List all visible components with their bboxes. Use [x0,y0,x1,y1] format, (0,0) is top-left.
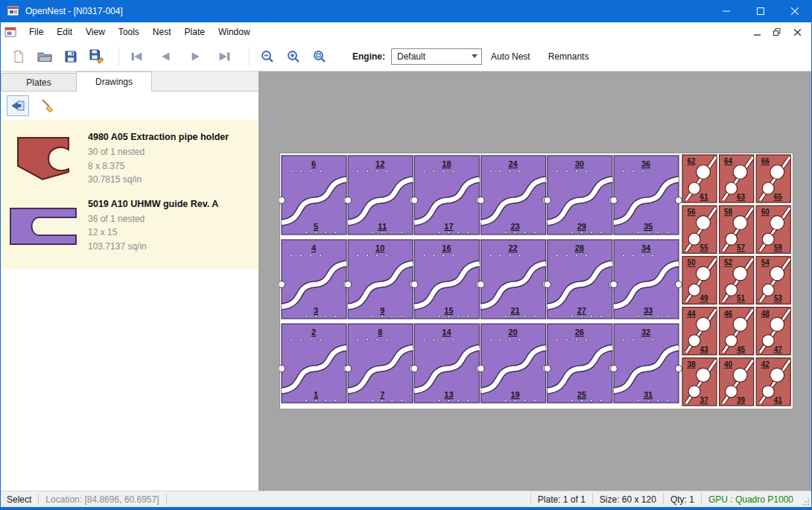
nest-pair-purple[interactable]: 65 [279,156,350,235]
nest-pair-red[interactable]: 4645 [720,307,754,355]
tab-plates[interactable]: Plates [1,73,77,91]
drawing-area: 103.7137 sq/in [88,240,218,254]
window-bottom-border [0,507,812,510]
part-number: 56 [687,208,696,216]
tab-drawings[interactable]: Drawings [76,71,152,92]
nest-pair-red[interactable]: 6261 [682,155,717,203]
previous-plate-button[interactable] [155,45,177,68]
first-plate-button[interactable] [126,45,148,68]
nest-pair-red[interactable]: 5251 [720,256,754,304]
part-number: 36 [641,159,650,168]
drawing-item-uhmw-guide[interactable]: 5019 A10 UHMW guide Rev. A 36 of 1 neste… [0,193,258,260]
part-number: 59 [774,243,783,252]
last-plate-button[interactable] [213,45,235,68]
menu-view[interactable]: View [79,22,112,42]
nest-canvas[interactable]: 6512111817242330293635431091615222128273… [259,71,812,491]
menu-window[interactable]: Window [212,22,257,42]
nest-plate[interactable]: 6512111817242330293635431091615222128273… [279,153,793,409]
nest-pair-purple[interactable]: 21 [279,324,350,403]
flip-part-button[interactable] [7,95,29,116]
part-number: 7 [380,390,384,399]
nest-pair-purple[interactable]: 3231 [611,324,682,403]
zoom-fit-button[interactable] [308,45,331,68]
save-as-button[interactable] [86,45,108,68]
menu-edit[interactable]: Edit [50,22,79,42]
chevron-down-icon [468,49,481,64]
nest-pair-purple[interactable]: 2625 [544,324,615,403]
menu-file[interactable]: File [22,22,50,42]
nest-pair-purple[interactable]: 2827 [544,240,615,319]
remnants-button[interactable]: Remnants [539,45,598,68]
nest-pair-purple[interactable]: 87 [345,324,416,403]
gpu-indicator: GPU : Quadro P1000 [702,494,800,505]
part-number: 39 [737,396,746,404]
part-number: 22 [508,243,517,252]
menu-tools[interactable]: Tools [112,22,146,42]
drawing-size: 8 x 8.375 [88,159,229,173]
nest-pair-red[interactable]: 4847 [756,307,790,355]
mdi-restore-button[interactable] [768,25,786,39]
open-button[interactable] [34,45,56,68]
part-number: 54 [761,258,770,267]
nest-pair-purple[interactable]: 1211 [345,156,416,235]
menu-nest[interactable]: Nest [146,22,178,42]
mdi-close-button[interactable] [788,25,806,39]
document-window-icon[interactable] [4,27,19,37]
nest-pair-purple[interactable]: 3029 [544,156,615,235]
part-number: 55 [700,243,708,252]
close-button[interactable] [778,0,812,22]
drawing-item-extraction-pipe-holder[interactable]: 4980 A05 Extraction pipe holder 30 of 1 … [0,126,258,193]
minimize-button[interactable] [709,0,743,22]
mdi-minimize-button[interactable] [748,25,766,39]
auto-nest-button[interactable]: Auto Nest [482,45,539,68]
nest-pair-red[interactable]: 5857 [720,205,754,253]
nest-pair-purple[interactable]: 2423 [478,156,549,235]
menubar: File Edit View Tools Nest Plate Window [0,22,812,42]
nest-pair-purple[interactable]: 3635 [611,156,682,235]
nest-pair-red[interactable]: 4241 [756,358,790,406]
part-number: 23 [510,222,519,231]
window-controls [709,0,812,22]
nest-pair-red[interactable]: 5049 [682,256,717,304]
engine-select[interactable]: Default [391,48,482,65]
part-number: 13 [444,390,453,399]
clean-broom-button[interactable] [37,95,59,116]
nest-pair-purple[interactable]: 43 [279,240,350,319]
nest-pair-purple[interactable]: 109 [345,240,416,319]
part-number: 5 [314,222,318,231]
nest-pair-purple[interactable]: 3433 [611,240,682,319]
part-number: 45 [737,345,746,354]
nest-pair-purple[interactable]: 1817 [411,156,483,235]
nest-pair-purple[interactable]: 2221 [478,240,549,319]
drawing-info: 5019 A10 UHMW guide Rev. A 36 of 1 neste… [82,199,218,254]
nest-pair-red[interactable]: 6463 [720,155,754,203]
part-number: 35 [644,222,653,231]
nest-pair-red[interactable]: 3837 [682,358,717,406]
nest-pair-red[interactable]: 4443 [682,307,717,355]
nest-pair-red[interactable]: 5453 [756,256,790,304]
next-plate-button[interactable] [184,45,206,68]
drawing-nested-count: 36 of 1 nested [88,212,218,226]
part-number: 12 [375,159,384,168]
zoom-in-button[interactable] [282,45,305,68]
part-number: 19 [510,390,519,399]
titlebar: OpenNest - [N0317-004] [0,0,812,22]
part-number: 47 [774,345,783,354]
zoom-out-button[interactable] [256,45,279,68]
menu-plate[interactable]: Plate [178,22,212,42]
window-title: OpenNest - [N0317-004] [25,6,123,16]
nest-pair-red[interactable]: 6665 [756,155,790,203]
nest-pair-purple[interactable]: 1413 [411,324,483,403]
resize-grip[interactable] [800,491,812,508]
nest-pair-red[interactable]: 6059 [756,205,790,253]
nest-pair-purple[interactable]: 1615 [411,240,483,319]
part-number: 9 [380,306,384,315]
maximize-button[interactable] [743,0,778,22]
save-button[interactable] [60,45,82,68]
nest-pair-red[interactable]: 5655 [682,205,717,253]
nest-pair-red[interactable]: 4039 [720,358,754,406]
new-button[interactable] [7,45,30,68]
part-number: 38 [687,360,696,369]
nest-pair-purple[interactable]: 2019 [478,324,549,403]
drawing-nested-count: 30 of 1 nested [88,145,229,159]
